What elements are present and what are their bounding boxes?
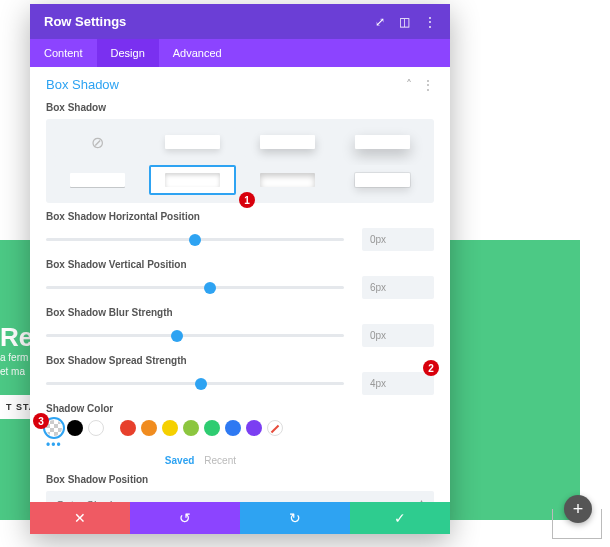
bottom-right-add: + bbox=[552, 509, 602, 539]
swatch-red[interactable] bbox=[120, 420, 136, 436]
select-arrows-icon: ▴▾ bbox=[419, 499, 424, 502]
spread-slider[interactable] bbox=[46, 382, 344, 385]
blur-value[interactable]: 0px bbox=[362, 324, 434, 347]
position-select-value: Outer Shadow bbox=[56, 499, 126, 502]
position-select[interactable]: Outer Shadow ▴▾ bbox=[46, 491, 434, 502]
tab-advanced[interactable]: Advanced bbox=[159, 39, 236, 67]
h-value[interactable]: 0px bbox=[362, 228, 434, 251]
annotation-badge-3: 3 bbox=[33, 413, 49, 429]
annotation-badge-1: 1 bbox=[239, 192, 255, 208]
spread-value[interactable]: 4px bbox=[362, 372, 434, 395]
v-label: Box Shadow Vertical Position bbox=[46, 259, 434, 270]
preset-1[interactable] bbox=[149, 127, 236, 157]
preset-2[interactable] bbox=[244, 127, 331, 157]
v-thumb[interactable] bbox=[204, 282, 216, 294]
section-kebab-icon[interactable]: ⋮ bbox=[422, 78, 434, 92]
blur-thumb[interactable] bbox=[171, 330, 183, 342]
modal-header: Row Settings ⤢ ◫ ⋮ bbox=[30, 4, 450, 39]
swatch-green[interactable] bbox=[204, 420, 220, 436]
annotation-badge-2: 2 bbox=[423, 360, 439, 376]
swatch-black[interactable] bbox=[67, 420, 83, 436]
hero-line2-fragment: et ma bbox=[0, 366, 25, 377]
color-label: Shadow Color bbox=[46, 403, 434, 414]
save-button[interactable]: ✓ bbox=[350, 502, 450, 534]
section-title[interactable]: Box Shadow bbox=[46, 77, 119, 92]
undo-button[interactable]: ↺ bbox=[130, 502, 240, 534]
tab-design[interactable]: Design bbox=[97, 39, 159, 67]
swatch-tab-recent[interactable]: Recent bbox=[204, 455, 236, 466]
modal-footer: ✕ ↺ ↻ ✓ bbox=[30, 502, 450, 534]
blur-slider[interactable] bbox=[46, 334, 344, 337]
section-header: Box Shadow ˄ ⋮ bbox=[46, 77, 434, 92]
spread-thumb[interactable] bbox=[195, 378, 207, 390]
more-colors-icon[interactable]: ••• bbox=[46, 438, 434, 452]
spread-label: Box Shadow Spread Strength bbox=[46, 355, 434, 366]
preset-3[interactable] bbox=[339, 127, 426, 157]
h-slider[interactable] bbox=[46, 238, 344, 241]
swatch-blue[interactable] bbox=[225, 420, 241, 436]
modal-tabs: Content Design Advanced bbox=[30, 39, 450, 67]
position-label: Box Shadow Position bbox=[46, 474, 434, 485]
hero-title-fragment: Re bbox=[0, 322, 33, 353]
tab-content[interactable]: Content bbox=[30, 39, 97, 67]
preset-label: Box Shadow bbox=[46, 102, 434, 113]
cancel-button[interactable]: ✕ bbox=[30, 502, 130, 534]
swatch-tab-saved[interactable]: Saved bbox=[165, 455, 194, 466]
swatch-tabs: Saved Recent bbox=[46, 455, 236, 466]
shadow-preset-grid: ⊘ bbox=[46, 119, 434, 203]
preset-none[interactable]: ⊘ bbox=[54, 127, 141, 157]
preset-4[interactable] bbox=[54, 165, 141, 195]
row-settings-modal: Row Settings ⤢ ◫ ⋮ Content Design Advanc… bbox=[30, 4, 450, 534]
collapse-icon[interactable]: ˄ bbox=[406, 78, 412, 92]
blur-label: Box Shadow Blur Strength bbox=[46, 307, 434, 318]
swatch-purple[interactable] bbox=[246, 420, 262, 436]
layout-icon[interactable]: ◫ bbox=[399, 15, 410, 29]
preset-7[interactable] bbox=[339, 165, 426, 195]
swatch-orange[interactable] bbox=[141, 420, 157, 436]
swatch-yellow[interactable] bbox=[162, 420, 178, 436]
preset-6[interactable] bbox=[244, 165, 331, 195]
preset-5-selected[interactable] bbox=[149, 165, 236, 195]
v-value[interactable]: 6px bbox=[362, 276, 434, 299]
settings-panel[interactable]: Box Shadow ˄ ⋮ Box Shadow ⊘ Box Shadow H… bbox=[30, 67, 450, 502]
v-slider[interactable] bbox=[46, 286, 344, 289]
kebab-icon[interactable]: ⋮ bbox=[424, 15, 436, 29]
swatch-white[interactable] bbox=[88, 420, 104, 436]
redo-button[interactable]: ↻ bbox=[240, 502, 350, 534]
expand-icon[interactable]: ⤢ bbox=[375, 15, 385, 29]
none-icon: ⊘ bbox=[91, 133, 104, 152]
swatch-lime[interactable] bbox=[183, 420, 199, 436]
add-button[interactable]: + bbox=[564, 495, 592, 523]
modal-title: Row Settings bbox=[44, 14, 126, 29]
hero-line1-fragment: a ferm bbox=[0, 352, 28, 363]
h-thumb[interactable] bbox=[189, 234, 201, 246]
color-swatches bbox=[46, 420, 434, 436]
h-label: Box Shadow Horizontal Position bbox=[46, 211, 434, 222]
header-icons: ⤢ ◫ ⋮ bbox=[375, 15, 436, 29]
swatch-none[interactable] bbox=[267, 420, 283, 436]
